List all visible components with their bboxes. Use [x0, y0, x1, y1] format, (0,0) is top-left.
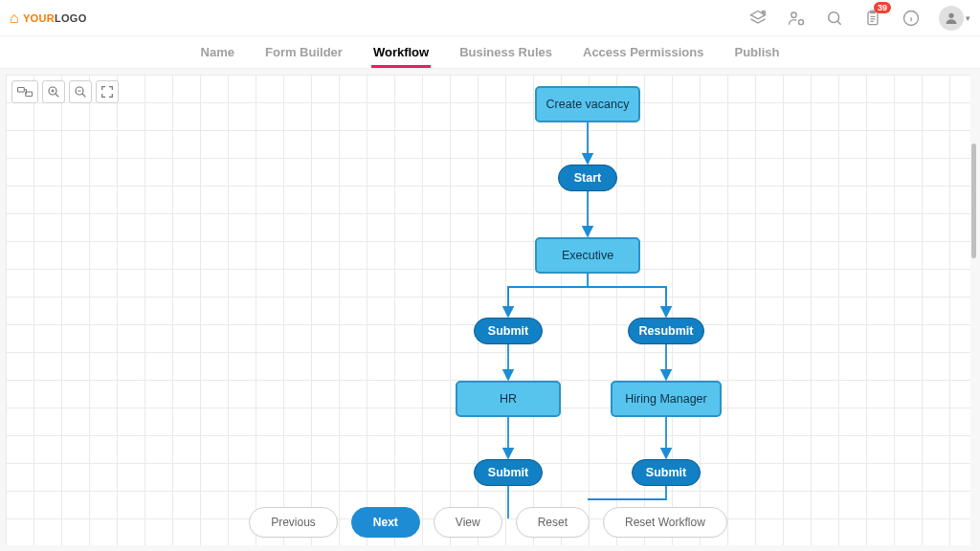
svg-point-1 [791, 12, 796, 17]
node-hr[interactable]: HR [456, 381, 561, 417]
zoom-in-button[interactable] [42, 80, 65, 103]
footer-actions: Previous Next View Reset Reset Workflow [6, 507, 970, 538]
tab-form-builder[interactable]: Form Builder [263, 37, 345, 68]
app-logo: ⌂ YOURLOGO [10, 11, 87, 26]
next-button[interactable]: Next [351, 507, 420, 538]
user-menu[interactable]: ▾ [939, 6, 970, 31]
logo-text-1: YOUR [23, 12, 55, 24]
step-button[interactable] [11, 80, 38, 103]
svg-point-7 [948, 12, 953, 17]
previous-button[interactable]: Previous [249, 507, 338, 538]
tab-workflow[interactable]: Workflow [371, 37, 431, 68]
node-create-vacancy[interactable]: Create vacancy [535, 86, 640, 122]
tab-publish[interactable]: Publish [732, 37, 781, 68]
user-settings-icon[interactable] [786, 8, 807, 29]
view-button[interactable]: View [434, 507, 502, 538]
node-executive[interactable]: Executive [535, 237, 640, 274]
transition-submit-hr[interactable]: Submit [474, 459, 543, 486]
notification-badge: 39 [874, 2, 891, 13]
layers-icon[interactable] [747, 8, 768, 29]
tab-bar: Name Form Builder Workflow Business Rule… [0, 36, 980, 69]
reset-button[interactable]: Reset [516, 507, 590, 538]
transition-submit-hm[interactable]: Submit [632, 459, 701, 486]
info-icon[interactable] [901, 8, 922, 29]
app-header: ⌂ YOURLOGO 39 [0, 0, 980, 36]
reset-workflow-button[interactable]: Reset Workflow [603, 507, 727, 538]
chevron-down-icon: ▾ [966, 13, 970, 23]
scrollbar-thumb[interactable] [971, 143, 976, 258]
svg-point-3 [829, 11, 839, 22]
svg-rect-8 [18, 88, 25, 93]
transition-submit-1[interactable]: Submit [474, 318, 543, 344]
avatar-icon [939, 6, 964, 31]
svg-rect-4 [868, 11, 878, 24]
logo-text-2: LOGO [55, 12, 87, 24]
search-icon[interactable] [824, 8, 845, 29]
zoom-out-button[interactable] [69, 80, 92, 103]
transition-resubmit[interactable]: Resubmit [628, 318, 704, 344]
logo-icon: ⌂ [10, 11, 19, 26]
node-hiring-manager[interactable]: Hiring Manager [611, 381, 722, 417]
clipboard-icon[interactable]: 39 [862, 8, 883, 29]
tab-access-permissions[interactable]: Access Permissions [581, 37, 705, 68]
transition-start[interactable]: Start [558, 165, 617, 191]
tab-name[interactable]: Name [199, 37, 236, 68]
fullscreen-button[interactable] [96, 80, 119, 103]
tab-business-rules[interactable]: Business Rules [457, 37, 554, 68]
workflow-canvas[interactable]: Create vacancy Start Executive Submit Re… [6, 75, 970, 545]
vertical-scrollbar[interactable] [971, 143, 976, 551]
